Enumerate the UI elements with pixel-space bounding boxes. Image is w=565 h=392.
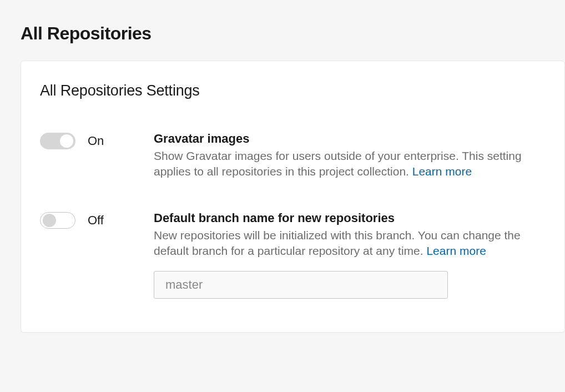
toggle-knob — [60, 134, 73, 148]
setting-gravatar: On Gravatar images Show Gravatar images … — [40, 132, 541, 180]
toggle-knob — [43, 214, 56, 227]
gravatar-setting-description: Show Gravatar images for users outside o… — [154, 148, 541, 180]
default-branch-learn-more-link[interactable]: Learn more — [426, 244, 486, 257]
card-title: All Repositories Settings — [40, 82, 541, 99]
default-branch-toggle-label: Off — [88, 213, 104, 228]
setting-content: Gravatar images Show Gravatar images for… — [154, 132, 541, 180]
toggle-column: Off — [40, 211, 154, 229]
default-branch-setting-description: New repositories will be initialized wit… — [154, 228, 541, 259]
default-branch-setting-title: Default branch name for new repositories — [154, 211, 541, 225]
default-branch-input[interactable] — [154, 271, 448, 299]
toggle-column: On — [40, 132, 154, 149]
settings-card: All Repositories Settings On Gravatar im… — [21, 61, 565, 333]
gravatar-toggle-label: On — [88, 134, 104, 148]
page-title: All Repositories — [0, 0, 565, 44]
gravatar-toggle[interactable] — [40, 133, 75, 149]
setting-default-branch: Off Default branch name for new reposito… — [40, 211, 541, 299]
setting-content: Default branch name for new repositories… — [154, 211, 541, 299]
gravatar-setting-title: Gravatar images — [154, 132, 541, 146]
default-branch-toggle[interactable] — [40, 212, 75, 229]
gravatar-learn-more-link[interactable]: Learn more — [412, 165, 472, 178]
